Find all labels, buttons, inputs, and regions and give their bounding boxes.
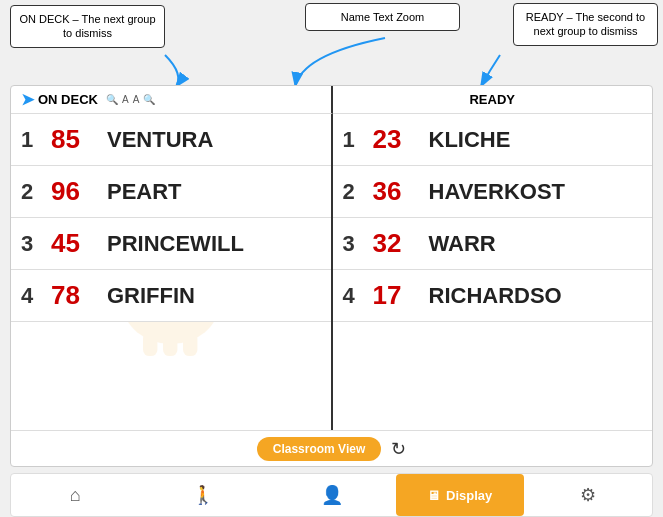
row-bib: 32 bbox=[373, 228, 423, 259]
row-bib: 36 bbox=[373, 176, 423, 207]
left-panel: 1 85 VENTURA 2 96 PEART 3 45 PRINCEWILL … bbox=[11, 114, 333, 430]
nav-person[interactable]: 🚶 bbox=[139, 474, 267, 516]
row-num: 1 bbox=[343, 127, 367, 153]
callout-name-zoom: Name Text Zoom bbox=[305, 3, 460, 31]
row-name: KLICHE bbox=[429, 127, 511, 153]
row-num: 1 bbox=[21, 127, 45, 153]
row-name: PEART bbox=[107, 179, 182, 205]
table-row: 3 32 WARR bbox=[333, 218, 653, 270]
row-name: RICHARDSO bbox=[429, 283, 562, 309]
on-deck-arrow-icon: ➤ bbox=[21, 90, 34, 109]
app-container: ➤ ON DECK 🔍 A A 🔍 READY bbox=[10, 85, 653, 467]
row-num: 3 bbox=[21, 231, 45, 257]
refresh-button[interactable]: ↻ bbox=[391, 438, 406, 460]
table-row: 1 85 VENTURA bbox=[11, 114, 331, 166]
row-bib: 78 bbox=[51, 280, 101, 311]
row-name: WARR bbox=[429, 231, 496, 257]
row-name: PRINCEWILL bbox=[107, 231, 244, 257]
zoom-icon-a2[interactable]: A bbox=[133, 94, 140, 105]
ready-header: READY bbox=[333, 86, 653, 114]
nav-display[interactable]: 🖥 Display bbox=[396, 474, 524, 516]
nav-settings[interactable]: ⚙ bbox=[524, 474, 652, 516]
row-name: VENTURA bbox=[107, 127, 213, 153]
zoom-icon-a[interactable]: A bbox=[122, 94, 129, 105]
zoom-icon-search[interactable]: 🔍 bbox=[106, 94, 118, 105]
callout-on-deck: ON DECK – The next group to dismiss bbox=[10, 5, 165, 48]
table-row: 2 36 HAVERKOST bbox=[333, 166, 653, 218]
settings-icon: ⚙ bbox=[580, 484, 596, 506]
ready-label: READY bbox=[469, 92, 515, 107]
display-label: Display bbox=[446, 488, 492, 503]
table-row: 4 17 RICHARDSO bbox=[333, 270, 653, 322]
callout-ready-text: READY – The second to next group to dism… bbox=[526, 11, 645, 37]
on-deck-header: ➤ ON DECK 🔍 A A 🔍 bbox=[11, 86, 333, 114]
person-icon: 🚶 bbox=[192, 484, 214, 506]
classroom-view-button[interactable]: Classroom View bbox=[257, 437, 381, 461]
row-name: GRIFFIN bbox=[107, 283, 195, 309]
callout-ready: READY – The second to next group to dism… bbox=[513, 3, 658, 46]
row-num: 2 bbox=[21, 179, 45, 205]
home-icon: ⌂ bbox=[70, 485, 81, 506]
row-bib: 23 bbox=[373, 124, 423, 155]
display-nav-content: 🖥 Display bbox=[427, 488, 492, 503]
table-row: 2 96 PEART bbox=[11, 166, 331, 218]
bottom-controls: Classroom View ↻ bbox=[11, 430, 652, 466]
table-row: 3 45 PRINCEWILL bbox=[11, 218, 331, 270]
row-bib: 96 bbox=[51, 176, 101, 207]
on-deck-label: ON DECK bbox=[38, 92, 98, 107]
row-num: 2 bbox=[343, 179, 367, 205]
add-person-icon: 👤 bbox=[321, 484, 343, 506]
nav-home[interactable]: ⌂ bbox=[11, 474, 139, 516]
table-row: 1 23 KLICHE bbox=[333, 114, 653, 166]
main-content: 1 85 VENTURA 2 96 PEART 3 45 PRINCEWILL … bbox=[11, 114, 652, 430]
row-bib: 17 bbox=[373, 280, 423, 311]
nav-bar: ⌂ 🚶 👤 🖥 Display ⚙ bbox=[10, 473, 653, 517]
row-num: 4 bbox=[21, 283, 45, 309]
section-header-row: ➤ ON DECK 🔍 A A 🔍 READY bbox=[11, 86, 652, 114]
nav-add-person[interactable]: 👤 bbox=[267, 474, 395, 516]
row-name: HAVERKOST bbox=[429, 179, 566, 205]
right-panel: 1 23 KLICHE 2 36 HAVERKOST 3 32 WARR 4 1… bbox=[333, 114, 653, 430]
row-num: 4 bbox=[343, 283, 367, 309]
row-bib: 45 bbox=[51, 228, 101, 259]
table-row: 4 78 GRIFFIN bbox=[11, 270, 331, 322]
row-bib: 85 bbox=[51, 124, 101, 155]
callout-name-zoom-text: Name Text Zoom bbox=[341, 11, 425, 23]
zoom-icon-search2[interactable]: 🔍 bbox=[143, 94, 155, 105]
row-num: 3 bbox=[343, 231, 367, 257]
callout-on-deck-text: ON DECK – The next group to dismiss bbox=[19, 13, 155, 39]
display-icon: 🖥 bbox=[427, 488, 440, 503]
